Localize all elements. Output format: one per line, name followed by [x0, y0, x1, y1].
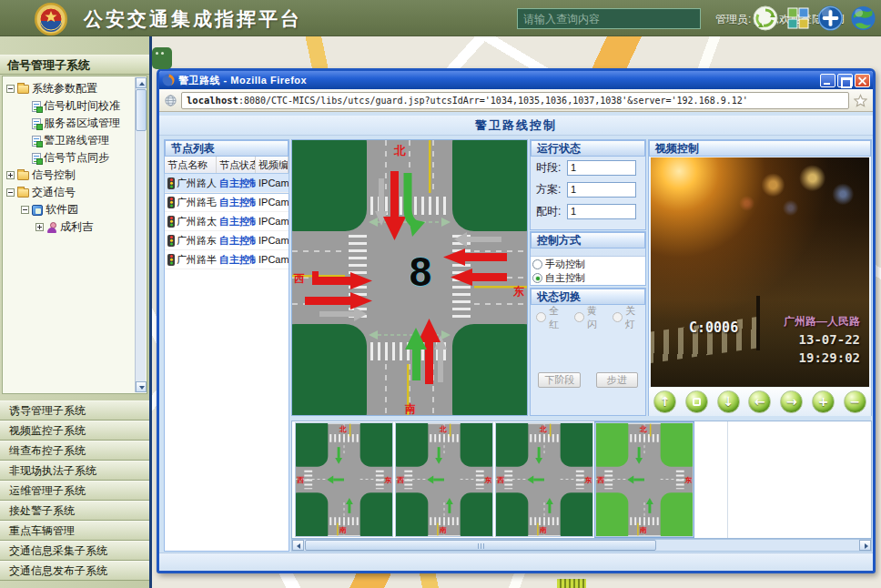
- node-status-cell[interactable]: 自主控制: [217, 234, 256, 248]
- run-status-field-2: 配时:: [531, 200, 645, 222]
- camera-date-overlay: 13-07-22: [799, 332, 860, 347]
- ptz-left-button[interactable]: ←: [748, 390, 771, 413]
- node-status-cell[interactable]: 自主控制: [217, 253, 256, 267]
- node-name-text: 广州路毛...: [177, 196, 217, 209]
- field-input-2[interactable]: [567, 204, 636, 219]
- search-input[interactable]: [517, 8, 701, 29]
- globe-icon[interactable]: [850, 5, 876, 32]
- node-column-header-1[interactable]: 节点状态: [217, 157, 256, 173]
- minus-expander-icon[interactable]: [6, 85, 15, 93]
- field-input-1[interactable]: [567, 182, 636, 198]
- traffic-light-icon: [167, 235, 175, 247]
- ptz-zoom-in-button[interactable]: +: [812, 390, 835, 413]
- close-button[interactable]: [855, 74, 870, 87]
- address-input[interactable]: localhost:8080/CTC-MICS/libs/utcs/guard.…: [181, 92, 849, 109]
- radio-icon[interactable]: [532, 259, 542, 269]
- tree-item-1[interactable]: 信号机时间校准: [5, 97, 134, 115]
- scroll-right-button[interactable]: [859, 540, 871, 551]
- node-table-row[interactable]: 广州路半...自主控制IPCam10: [165, 250, 289, 269]
- stop-square-glyph: [693, 398, 701, 406]
- node-video-cell: IPCam10: [256, 254, 289, 265]
- tree-scroll-up[interactable]: [136, 77, 147, 88]
- minus-expander-icon[interactable]: [21, 206, 29, 214]
- sidebar-header-signal-subsystem[interactable]: 信号管理子系统: [0, 55, 149, 75]
- label-east: 东: [512, 285, 524, 298]
- phase-thumbnail-2[interactable]: 北西东南: [395, 422, 493, 537]
- tree-item-6[interactable]: 交通信号: [5, 184, 134, 201]
- page-icon: [32, 153, 41, 164]
- node-column-header-2[interactable]: 视频编号: [256, 157, 289, 173]
- sidebar-section-4[interactable]: 运维管理子系统: [0, 481, 149, 501]
- add-icon[interactable]: [817, 5, 844, 32]
- sidebar-section-2[interactable]: 缉查布控子系统: [0, 441, 149, 461]
- refresh-icon[interactable]: [752, 5, 778, 32]
- node-table-row[interactable]: 广州路人...自主控制IPCam6: [165, 174, 289, 193]
- sidebar-section-7[interactable]: 交通信息采集子系统: [0, 541, 149, 561]
- node-table-row[interactable]: 广州路毛...自主控制IPCam7: [165, 193, 289, 212]
- phase-thumbnail-3[interactable]: 北西东南: [495, 422, 593, 537]
- svg-text:西: 西: [397, 476, 404, 484]
- node-column-header-0[interactable]: 节点名称: [165, 157, 217, 173]
- ptz-zoom-out-button[interactable]: −: [844, 390, 866, 413]
- traffic-light-icon: [167, 216, 175, 228]
- tree-item-0[interactable]: 系统参数配置: [5, 80, 134, 97]
- sidebar-section-5[interactable]: 接处警子系统: [0, 501, 149, 521]
- node-status-cell[interactable]: 自主控制: [217, 196, 256, 209]
- window-titlebar[interactable]: 警卫路线 - Mozilla Firefox: [159, 71, 873, 89]
- minimize-button[interactable]: [820, 74, 835, 87]
- tree-item-3[interactable]: 警卫路线管理: [5, 132, 134, 149]
- radio-label: 手动控制: [545, 258, 585, 271]
- ptz-stop-button[interactable]: [685, 390, 708, 413]
- phase-thumbnail-4[interactable]: 北西东南: [595, 422, 694, 537]
- bookmark-star-icon[interactable]: [854, 94, 867, 107]
- ptz-up-button[interactable]: ↑: [653, 390, 676, 413]
- tree-scrollbar[interactable]: [135, 77, 146, 392]
- node-status-cell[interactable]: 自主控制: [217, 177, 256, 190]
- page-icon: [32, 118, 41, 129]
- sidebar-section-0[interactable]: 诱导管理子系统: [0, 400, 149, 421]
- radio-checked-icon[interactable]: [532, 273, 542, 283]
- tree-item-7[interactable]: 软件园: [5, 201, 134, 218]
- state-switch-title: 状态切换: [531, 289, 645, 305]
- control-mode-option-0[interactable]: 手动控制: [532, 258, 643, 271]
- scroll-thumb[interactable]: [305, 540, 656, 551]
- plus-expander-icon[interactable]: [6, 171, 15, 179]
- node-name-cell: 广州路东...: [165, 234, 217, 248]
- scroll-left-button[interactable]: [292, 540, 304, 551]
- folder-icon: [17, 85, 29, 94]
- sidebar-section-6[interactable]: 重点车辆管理: [0, 521, 149, 541]
- field-input-0[interactable]: [567, 160, 636, 176]
- horizontal-scrollbar[interactable]: [291, 539, 872, 552]
- tree-scroll-down[interactable]: [136, 381, 147, 392]
- tree-item-2[interactable]: 服务器区域管理: [5, 115, 134, 132]
- node-name-text: 广州路人...: [177, 177, 217, 190]
- ptz-right-button[interactable]: →: [780, 390, 803, 413]
- tree-item-label: 信号节点同步: [44, 150, 109, 166]
- radio-disabled-icon: [536, 312, 546, 322]
- tree-scroll-thumb[interactable]: [136, 89, 147, 131]
- state-switch-button-1[interactable]: 步进: [596, 372, 638, 388]
- ptz-down-button[interactable]: ↓: [717, 390, 740, 413]
- minus-expander-icon[interactable]: [6, 188, 15, 197]
- tree-item-4[interactable]: 信号节点同步: [5, 149, 134, 167]
- state-switch-button-0[interactable]: 下阶段: [538, 372, 581, 388]
- maximize-button[interactable]: [837, 74, 853, 87]
- sidebar-section-1[interactable]: 视频监控子系统: [0, 421, 149, 441]
- sidebar-section-3[interactable]: 非现场执法子系统: [0, 461, 149, 481]
- tree-item-5[interactable]: 信号控制: [5, 167, 134, 184]
- node-table-row[interactable]: 广州路东...自主控制IPCam9: [165, 231, 289, 250]
- node-video-cell: IPCam8: [256, 216, 289, 227]
- node-table-row[interactable]: 广州路太...自主控制IPCam8: [165, 212, 289, 231]
- svg-text:西: 西: [497, 476, 504, 484]
- phase-thumbnail-1[interactable]: 北西东南: [295, 422, 393, 537]
- svg-text:南: 南: [639, 526, 647, 534]
- tree-item-8[interactable]: 成利吉: [5, 218, 134, 236]
- plus-expander-icon[interactable]: [35, 223, 44, 231]
- control-mode-panel: 控制方式 手动控制自主控制: [530, 231, 646, 286]
- sidebar-section-8[interactable]: 交通信息发布子系统: [0, 561, 149, 581]
- traffic-light-icon: [167, 177, 175, 189]
- node-status-cell[interactable]: 自主控制: [217, 215, 256, 228]
- apps-grid-icon[interactable]: [785, 5, 811, 32]
- control-mode-option-1[interactable]: 自主控制: [532, 271, 643, 285]
- ptz-button-bar: ↑↓←→+−: [649, 388, 871, 416]
